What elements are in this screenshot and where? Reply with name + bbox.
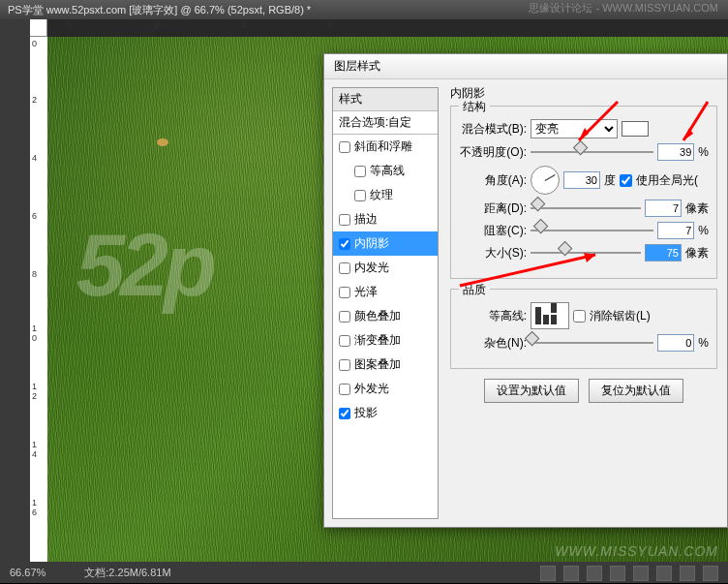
- angle-dial[interactable]: [531, 166, 560, 195]
- style-checkbox[interactable]: [339, 408, 350, 419]
- style-label: 图案叠加: [354, 356, 401, 373]
- style-item-纹理[interactable]: 纹理: [333, 183, 438, 207]
- antialias-checkbox[interactable]: [573, 310, 586, 323]
- tool-palette[interactable]: [0, 19, 30, 562]
- style-item-斜面和浮雕[interactable]: 斜面和浮雕: [333, 135, 438, 159]
- dialog-title: 图层样式: [324, 54, 727, 79]
- styles-list-panel: 样式 混合选项:自定 斜面和浮雕等高线纹理描边内阴影内发光光泽颜色叠加渐变叠加图…: [332, 87, 439, 519]
- noise-input[interactable]: [657, 334, 694, 352]
- style-label: 斜面和浮雕: [354, 138, 412, 155]
- style-item-光泽[interactable]: 光泽: [333, 280, 438, 304]
- choke-input[interactable]: [657, 222, 694, 239]
- size-slider[interactable]: [531, 244, 641, 261]
- style-checkbox[interactable]: [339, 287, 350, 298]
- unit: 度: [604, 172, 616, 189]
- statusbar-icon[interactable]: [656, 566, 672, 581]
- style-label: 外发光: [354, 381, 389, 397]
- size-input[interactable]: [645, 244, 682, 261]
- noise-label: 杂色(N):: [459, 335, 527, 352]
- style-checkbox[interactable]: [339, 141, 350, 153]
- angle-input[interactable]: [563, 171, 600, 189]
- style-checkbox[interactable]: [339, 359, 350, 371]
- ruler-vertical[interactable]: 0 2 4 6 8 1 0 1 2 1 4 1 6: [30, 37, 47, 562]
- style-label: 等高线: [370, 163, 405, 179]
- style-checkbox[interactable]: [339, 262, 350, 274]
- distance-label: 距离(D):: [459, 200, 527, 217]
- style-item-颜色叠加[interactable]: 颜色叠加: [333, 304, 438, 328]
- style-checkbox[interactable]: [339, 335, 350, 347]
- unit: %: [698, 336, 709, 350]
- reset-default-button[interactable]: 复位为默认值: [589, 379, 683, 403]
- statusbar-icon[interactable]: [540, 566, 556, 581]
- style-checkbox[interactable]: [339, 214, 350, 226]
- doc-size: 文档:2.25M/6.81M: [84, 566, 170, 580]
- style-item-渐变叠加[interactable]: 渐变叠加: [333, 328, 438, 353]
- statusbar-icon[interactable]: [703, 566, 718, 581]
- style-label: 内发光: [354, 260, 389, 276]
- style-item-描边[interactable]: 描边: [333, 207, 438, 231]
- blend-mode-select[interactable]: 变亮: [531, 119, 618, 138]
- fieldset-title: 结构: [459, 99, 490, 115]
- size-label: 大小(S):: [459, 245, 527, 261]
- distance-slider[interactable]: [531, 200, 641, 217]
- leaf-decoration: [157, 138, 168, 146]
- unit: %: [698, 145, 709, 159]
- statusbar-icon[interactable]: [633, 566, 649, 581]
- antialias-label: 消除锯齿(L): [590, 308, 651, 324]
- style-label: 渐变叠加: [354, 332, 401, 349]
- fieldset-title: 品质: [459, 282, 490, 298]
- color-swatch[interactable]: [622, 121, 649, 137]
- style-item-投影[interactable]: 投影: [333, 401, 438, 425]
- style-item-外发光[interactable]: 外发光: [333, 377, 438, 401]
- watermark-top: 思缘设计论坛 - WWW.MISSYUAN.COM: [529, 1, 718, 15]
- statusbar-icons: [540, 566, 718, 581]
- noise-slider[interactable]: [531, 334, 653, 352]
- contour-picker[interactable]: [531, 302, 569, 329]
- style-label: 内阴影: [354, 235, 389, 252]
- unit: 像素: [685, 200, 709, 217]
- structure-fieldset: 结构 混合模式(B): 变亮 不透明度(O): % 角度(A): 度: [450, 106, 717, 279]
- quality-fieldset: 品质 等高线: 消除锯齿(L) 杂色(N): %: [450, 289, 717, 369]
- style-label: 描边: [354, 211, 378, 228]
- style-item-等高线[interactable]: 等高线: [333, 159, 438, 183]
- statusbar-icon[interactable]: [587, 566, 602, 581]
- style-label: 颜色叠加: [354, 308, 401, 324]
- style-checkbox[interactable]: [354, 190, 366, 201]
- opacity-label: 不透明度(O):: [459, 144, 527, 161]
- ruler-corner: [30, 19, 47, 37]
- watermark-bottom: WWW.MISSYUAN.COM: [555, 543, 718, 559]
- title-text: PS学堂 www.52psxt.com [玻璃字效] @ 66.7% (52ps…: [8, 3, 311, 17]
- statusbar-icon[interactable]: [563, 566, 579, 581]
- style-checkbox[interactable]: [354, 166, 366, 177]
- layer-style-dialog: 图层样式 样式 混合选项:自定 斜面和浮雕等高线纹理描边内阴影内发光光泽颜色叠加…: [323, 53, 728, 528]
- opacity-input[interactable]: [657, 143, 694, 161]
- style-checkbox[interactable]: [339, 238, 350, 250]
- opacity-slider[interactable]: [531, 143, 653, 161]
- statusbar-icon[interactable]: [610, 566, 625, 581]
- choke-slider[interactable]: [531, 222, 653, 239]
- style-checkbox[interactable]: [339, 384, 350, 395]
- unit: 像素: [685, 245, 709, 261]
- style-item-内发光[interactable]: 内发光: [333, 256, 438, 280]
- blend-mode-label: 混合模式(B):: [459, 121, 527, 138]
- style-checkbox[interactable]: [339, 311, 350, 323]
- global-light-checkbox[interactable]: [620, 174, 632, 187]
- section-title: 内阴影: [450, 85, 717, 102]
- settings-panel: 内阴影 结构 混合模式(B): 变亮 不透明度(O): % 角度(A):: [439, 79, 727, 527]
- style-label: 纹理: [370, 187, 393, 203]
- global-light-label: 使用全局光(: [636, 172, 698, 189]
- set-default-button[interactable]: 设置为默认值: [484, 379, 579, 403]
- statusbar-icon[interactable]: [680, 566, 695, 581]
- style-label: 光泽: [354, 284, 378, 300]
- styles-header[interactable]: 样式: [333, 88, 438, 111]
- blending-options[interactable]: 混合选项:自定: [333, 111, 438, 135]
- style-item-图案叠加[interactable]: 图案叠加: [333, 353, 438, 377]
- distance-input[interactable]: [645, 200, 682, 217]
- contour-label: 等高线:: [459, 308, 527, 324]
- glass-text-layer: 52p: [76, 216, 212, 316]
- style-item-内阴影[interactable]: 内阴影: [333, 231, 438, 256]
- style-label: 投影: [354, 405, 378, 421]
- zoom-level[interactable]: 66.67%: [10, 567, 46, 578]
- angle-label: 角度(A):: [459, 172, 527, 189]
- choke-label: 阻塞(C):: [459, 223, 527, 239]
